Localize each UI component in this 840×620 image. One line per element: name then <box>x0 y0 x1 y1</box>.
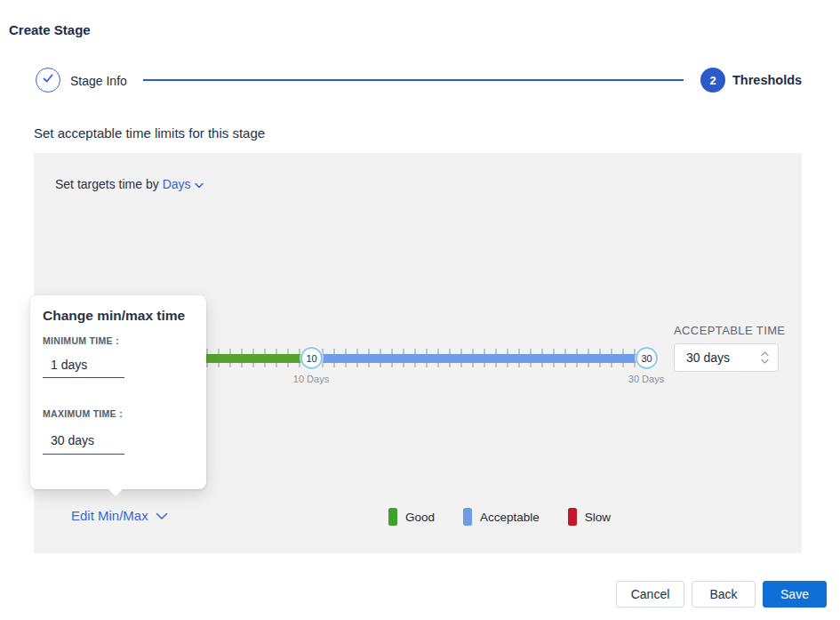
slider-track-acceptable-segment <box>311 354 649 363</box>
legend-label-slow: Slow <box>585 511 611 524</box>
acceptable-time-input[interactable]: 30 days <box>674 343 779 372</box>
popover-arrow <box>108 489 123 496</box>
slider-handle-min[interactable]: 10 <box>300 347 323 369</box>
maximum-time-field[interactable]: 30 days <box>43 426 124 455</box>
set-targets-prefix: Set targets time by <box>55 177 159 191</box>
acceptable-time-value: 30 days <box>675 350 761 365</box>
stepper-up-icon[interactable] <box>761 351 769 357</box>
edit-min-max-link[interactable]: Edit Min/Max <box>71 508 168 523</box>
legend-item-good: Good <box>388 508 435 526</box>
legend-label-good: Good <box>405 511 435 524</box>
slider-track-good-segment <box>206 354 311 363</box>
change-min-max-popover: Change min/max time MINIMUM TIME : 1 day… <box>30 295 206 489</box>
slider-handle-min-value: 10 <box>306 353 316 364</box>
target-unit-dropdown[interactable]: Days <box>163 177 204 191</box>
save-button[interactable]: Save <box>763 581 827 608</box>
back-button[interactable]: Back <box>692 581 756 608</box>
acceptable-time-label: ACCEPTABLE TIME <box>674 324 785 337</box>
page-title: Create Stage <box>9 22 91 37</box>
minimum-time-value: 1 days <box>51 358 87 372</box>
stepper-connector-line <box>143 79 684 81</box>
chevron-down-icon <box>195 177 204 191</box>
edit-min-max-label: Edit Min/Max <box>71 508 148 523</box>
good-swatch <box>388 508 397 526</box>
minimum-time-field[interactable]: 1 days <box>43 352 124 378</box>
stepper-arrows[interactable] <box>761 351 778 364</box>
cancel-button[interactable]: Cancel <box>616 581 684 608</box>
minimum-time-label: MINIMUM TIME : <box>43 335 119 346</box>
legend: Good Acceptable Slow <box>388 508 611 526</box>
legend-item-acceptable: Acceptable <box>463 508 540 526</box>
legend-item-slow: Slow <box>568 508 611 526</box>
step-2-number: 2 <box>709 74 716 87</box>
slider-min-day-label: 10 Days <box>284 374 338 384</box>
maximum-time-value: 30 days <box>51 433 94 447</box>
popover-title: Change min/max time <box>43 308 185 324</box>
stepper-down-icon[interactable] <box>761 358 769 364</box>
target-unit-value: Days <box>163 177 191 191</box>
step-2-label: Thresholds <box>732 73 802 87</box>
slow-swatch <box>568 508 577 526</box>
slider-handle-max[interactable]: 30 <box>636 347 658 369</box>
section-heading: Set acceptable time limits for this stag… <box>34 125 265 141</box>
step-1-complete-circle[interactable] <box>36 68 60 93</box>
maximum-time-label: MAXIMUM TIME : <box>43 408 123 419</box>
step-2-active-circle[interactable]: 2 <box>700 68 725 93</box>
slider-max-day-label: 30 Days <box>620 374 673 384</box>
slider-handle-max-value: 30 <box>641 353 652 364</box>
legend-label-acceptable: Acceptable <box>480 511 540 524</box>
acceptable-swatch <box>463 508 472 526</box>
check-icon <box>41 71 55 89</box>
set-targets-row: Set targets time by Days <box>55 177 204 191</box>
step-1-label: Stage Info <box>70 74 127 88</box>
chevron-down-icon <box>156 508 168 523</box>
